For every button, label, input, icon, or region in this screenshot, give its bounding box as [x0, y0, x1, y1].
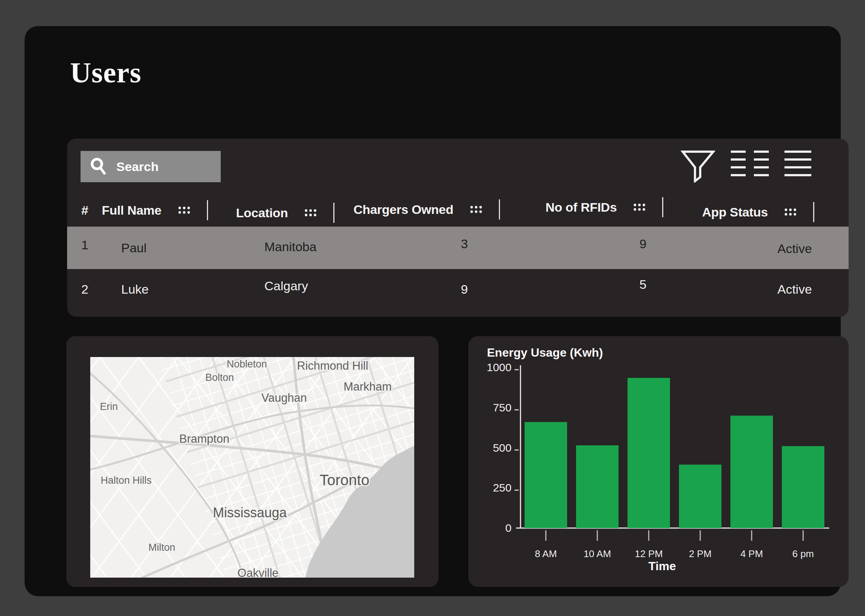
map-city-label: Toronto — [319, 472, 369, 488]
search-box[interactable] — [80, 151, 221, 182]
energy-usage-bar-chart: 025050075010008 AM10 AM12 PM2 PM4 PM6 pm… — [468, 336, 849, 587]
bar-4 PM — [730, 415, 773, 528]
main-card: Users — [25, 26, 841, 596]
header-label: Chargers Owned — [354, 202, 453, 217]
drag-handle-icon[interactable] — [304, 208, 317, 217]
search-icon — [90, 158, 107, 176]
column-divider — [333, 203, 335, 223]
cell-app-status: Active — [702, 282, 849, 297]
header-label: No of RFIDs — [546, 200, 617, 215]
map-panel: NobletonRichmond HillBoltonMarkhamVaugha… — [66, 336, 439, 587]
map-city-label: Vaughan — [261, 391, 307, 404]
header-num: # — [81, 203, 102, 218]
table-row[interactable]: 2 Luke Calgary 9 5 Active — [67, 269, 849, 310]
cell-no-of-rfids: 9 — [546, 237, 702, 251]
x-tick-label: 10 AM — [583, 548, 611, 559]
drag-handle-icon[interactable] — [470, 205, 483, 214]
cell-num: 1 — [81, 238, 102, 252]
x-tick-label: 8 AM — [535, 548, 557, 559]
list-view-icon[interactable] — [785, 150, 811, 178]
header-location: Location — [236, 203, 354, 223]
cell-no-of-rfids: 5 — [546, 277, 702, 292]
bar-10 AM — [576, 445, 618, 528]
map-city-label: Mississauga — [213, 505, 287, 520]
map[interactable]: NobletonRichmond HillBoltonMarkhamVaugha… — [90, 357, 414, 578]
map-city-label: Nobleton — [227, 358, 267, 370]
map-city-label: Richmond Hill — [297, 359, 368, 372]
x-axis-title: Time — [648, 559, 676, 573]
cell-chargers-owned: 9 — [354, 282, 546, 297]
map-city-label: Milton — [148, 542, 175, 553]
header-label: Full Name — [102, 203, 162, 218]
x-tick-label: 4 PM — [741, 548, 763, 559]
map-city-label: Bolton — [206, 372, 234, 383]
header-label: Location — [236, 206, 288, 220]
column-divider — [662, 197, 663, 217]
table-row[interactable]: 1 Paul Manitoba 3 9 Active — [67, 226, 849, 269]
bar-2 PM — [679, 465, 722, 528]
y-tick-label: 1000 — [486, 361, 511, 373]
y-tick-label: 0 — [505, 522, 511, 534]
header-full-name: Full Name — [102, 200, 236, 220]
column-divider — [207, 200, 208, 220]
y-tick-label: 250 — [493, 481, 511, 494]
bar-12 PM — [628, 378, 670, 528]
x-tick-label: 6 pm — [792, 548, 814, 559]
cell-location: Manitoba — [236, 240, 354, 254]
x-tick-label: 12 PM — [635, 548, 662, 559]
cell-chargers-owned: 3 — [354, 237, 546, 251]
users-table-panel: # Full Name Location Chargers Owned — [67, 138, 849, 317]
energy-chart-panel: Energy Usage (Kwh) 025050075010008 AM10 … — [468, 336, 849, 587]
bar-8 AM — [525, 422, 567, 528]
header-chargers-owned: Chargers Owned — [354, 200, 546, 220]
bar-6 pm — [782, 446, 824, 528]
map-city-label: Brampton — [179, 432, 229, 445]
cell-num: 2 — [81, 282, 102, 297]
cell-app-status: Active — [702, 242, 849, 256]
header-app-status: App Status — [702, 202, 849, 222]
cell-full-name: Paul — [102, 241, 236, 255]
toronto-area-map: NobletonRichmond HillBoltonMarkhamVaugha… — [90, 357, 414, 578]
header-label: App Status — [702, 205, 768, 220]
y-tick-label: 500 — [493, 442, 511, 454]
page-title: Users — [70, 56, 141, 90]
table-header-row: # Full Name Location Chargers Owned — [67, 195, 849, 225]
drag-handle-icon[interactable] — [178, 206, 190, 215]
filter-icon[interactable] — [681, 150, 715, 182]
column-divider — [813, 202, 814, 222]
cell-full-name: Luke — [102, 282, 236, 297]
toolbar-icons — [681, 150, 811, 182]
map-city-label: Markham — [343, 380, 392, 393]
map-city-label: Halton Hills — [101, 475, 152, 486]
cell-location: Calgary — [236, 279, 354, 293]
y-tick-label: 750 — [493, 401, 511, 414]
drag-handle-icon[interactable] — [633, 203, 646, 212]
column-divider — [499, 200, 500, 220]
page: { "page": { "title": "Users" }, "colors"… — [0, 0, 865, 616]
x-tick-label: 2 PM — [689, 548, 712, 559]
column-view-icon[interactable] — [731, 150, 769, 178]
header-label: # — [81, 203, 88, 218]
drag-handle-icon[interactable] — [784, 207, 797, 217]
header-no-of-rfids: No of RFIDs — [546, 197, 702, 217]
map-city-label: Oakville — [237, 566, 278, 578]
map-city-label: Erin — [100, 401, 118, 412]
search-input[interactable] — [116, 159, 210, 174]
